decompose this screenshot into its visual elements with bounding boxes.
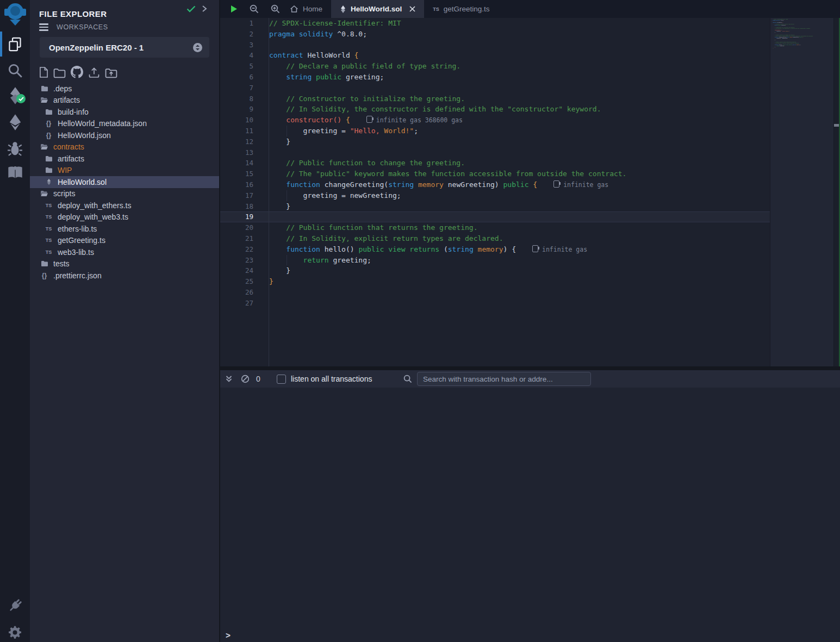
clone-repo-button[interactable] (71, 66, 83, 78)
ts-icon: TS (45, 238, 53, 243)
tree-item-deploy-with-ethers-ts[interactable]: TSdeploy_with_ethers.ts (30, 200, 219, 211)
line-number: 11 (220, 126, 253, 136)
code-line-23[interactable]: 23 return greeting; (220, 255, 770, 266)
tab-getgreeting-ts[interactable]: TS getGreeting.ts (424, 0, 498, 18)
line-number: 17 (220, 190, 253, 201)
sidebar-item-search[interactable] (0, 61, 30, 80)
tree-item-build-info[interactable]: build-info (30, 106, 219, 118)
minimap[interactable]: // SPDX-License-Identifier: MITpragma so… (773, 18, 832, 89)
code-line-13[interactable]: 13 (220, 147, 770, 158)
clear-console-button[interactable] (241, 375, 250, 383)
close-tab-icon[interactable] (409, 6, 415, 12)
terminal-prompt: > (226, 631, 231, 640)
tree-item-deploy-with-web3-ts[interactable]: TSdeploy_with_web3.ts (30, 211, 219, 223)
tree-item-ethers-lib-ts[interactable]: TSethers-lib.ts (30, 223, 219, 235)
code-line-1[interactable]: 1// SPDX-License-Identifier: MIT (220, 18, 770, 29)
line-number: 7 (220, 83, 253, 94)
code-line-20[interactable]: 20 // Public function that returns the g… (220, 222, 770, 233)
zoom-out-button[interactable] (250, 4, 259, 14)
code-line-17[interactable]: 17 greeting = newGreeting; (220, 190, 770, 201)
line-number: 8 (220, 94, 253, 104)
tab-helloworld-sol[interactable]: HelloWorld.sol (331, 0, 424, 18)
code-line-7[interactable]: 7 (220, 83, 770, 94)
file-explorer-panel: FILE EXPLORER WORKSPACES OpenZeppelin ER… (30, 0, 220, 642)
tree-item-helloworld-metadata-json[interactable]: {}HelloWorld_metadata.json (30, 118, 219, 130)
tree-item--deps[interactable]: .deps (30, 83, 219, 95)
sidebar-item-settings[interactable] (0, 623, 30, 641)
code-viewport[interactable]: 1// SPDX-License-Identifier: MIT2pragma … (220, 18, 770, 366)
sidebar-item-deploy-run[interactable] (0, 111, 30, 133)
code-line-24[interactable]: 24 } (220, 265, 770, 276)
workspace-select[interactable]: OpenZeppelin ERC20 - 1 (40, 37, 209, 58)
code-line-21[interactable]: 21 // In Solidity, explicit return types… (220, 233, 770, 244)
tree-item-contracts[interactable]: contracts (30, 141, 219, 153)
tree-item-wip[interactable]: WIP (30, 165, 219, 177)
tree-item-artifacts[interactable]: artifacts (30, 153, 219, 165)
transaction-search-input[interactable] (417, 372, 591, 386)
gas-estimate-ghost: infinite gas 368600 gas (366, 116, 463, 124)
code-line-4[interactable]: 4contract HelloWorld { (220, 50, 770, 61)
code-line-3[interactable]: 3 (220, 40, 770, 51)
chevrons-down-icon (225, 375, 233, 383)
code-line-26[interactable]: 26 (220, 287, 770, 298)
tree-item-label: .prettierrc.json (53, 271, 102, 280)
tree-item-helloworld-sol[interactable]: HelloWorld.sol (30, 176, 219, 188)
tree-item--prettierrc-json[interactable]: {}.prettierrc.json (30, 270, 219, 282)
code-line-14[interactable]: 14 // Public function to change the gree… (220, 158, 770, 169)
workspaces-menu-icon[interactable] (39, 23, 48, 30)
sidebar-item-solidity-compiler[interactable] (0, 85, 30, 106)
terminal-resize-handle[interactable] (220, 366, 840, 370)
listen-transactions-checkbox[interactable] (277, 375, 286, 384)
check-icon (18, 97, 24, 101)
sidebar-item-learneth[interactable] (0, 163, 30, 182)
code-line-22[interactable]: 22 function hello() public view returns … (220, 244, 770, 255)
tree-item-scripts[interactable]: scripts (30, 188, 219, 200)
upload-folder-icon (105, 68, 117, 78)
tree-item-artifacts[interactable]: artifacts (30, 95, 219, 107)
code-line-18[interactable]: 18 } (220, 201, 770, 212)
folder-icon (40, 260, 48, 267)
tree-item-helloworld-json[interactable]: {}HelloWorld.json (30, 129, 219, 141)
terminal-output[interactable]: > (220, 388, 840, 642)
sidebar-item-plugin-manager[interactable] (0, 596, 30, 615)
tree-item-tests[interactable]: tests (30, 258, 219, 270)
sidebar-item-debugger[interactable] (0, 138, 30, 159)
panel-chevron-right-icon[interactable] (202, 5, 207, 15)
upload-folder-button[interactable] (105, 68, 117, 78)
code-line-2[interactable]: 2pragma solidity ^0.8.0; (220, 29, 770, 40)
code-line-16[interactable]: 16 function changeGreeting(string memory… (220, 179, 770, 190)
tree-item-label: deploy_with_web3.ts (58, 213, 128, 221)
code-line-27[interactable]: 27 (220, 298, 770, 309)
code-line-5[interactable]: 5 // Declare a public field of type stri… (220, 61, 770, 72)
code-line-9[interactable]: 9 // In Solidity, the constructor is def… (220, 104, 770, 115)
tree-item-label: build-info (58, 108, 89, 116)
tree-item-getgreeting-ts[interactable]: TSgetGreeting.ts (30, 235, 219, 247)
code-line-11[interactable]: 11 greeting = "Hello, World!"; (220, 126, 770, 136)
scrollbar-thumb[interactable] (834, 124, 839, 127)
tree-item-web3-lib-ts[interactable]: TSweb3-lib.ts (30, 246, 219, 258)
code-line-6[interactable]: 6 string public greeting; (220, 72, 770, 83)
code-line-15[interactable]: 15 // The "public" keyword makes the fun… (220, 169, 770, 179)
new-file-icon (39, 66, 48, 78)
line-number: 12 (220, 136, 253, 147)
new-folder-button[interactable] (53, 68, 66, 78)
sidebar-item-file-explorer[interactable] (0, 34, 30, 54)
remix-logo[interactable] (0, 1, 30, 27)
code-line-19[interactable]: 19 (220, 211, 770, 222)
run-script-button[interactable] (231, 5, 238, 13)
terminal-expand-button[interactable] (225, 375, 233, 383)
json-icon: {} (45, 132, 53, 139)
code-line-12[interactable]: 12 } (220, 136, 770, 147)
line-number: 3 (220, 40, 253, 51)
code-line-8[interactable]: 8 // Constructor to initialize the greet… (220, 94, 770, 104)
new-file-button[interactable] (39, 66, 48, 78)
tree-item-label: deploy_with_ethers.ts (58, 201, 131, 210)
upload-file-button[interactable] (88, 67, 100, 78)
code-line-10[interactable]: 10 constructor() {infinite gas 368600 ga… (220, 115, 770, 126)
line-number: 1 (220, 18, 253, 29)
zoom-in-button[interactable] (271, 4, 280, 14)
workspace-selected: OpenZeppelin ERC20 - 1 (49, 43, 144, 52)
tab-home[interactable]: Home (281, 0, 331, 18)
file-toolbar (39, 66, 117, 78)
code-line-25[interactable]: 25} (220, 276, 770, 287)
